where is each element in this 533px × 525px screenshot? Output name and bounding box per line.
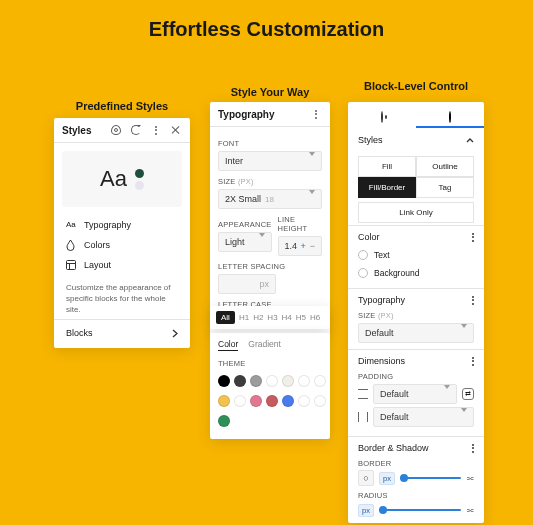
typography-group-label: Typography <box>358 295 405 305</box>
swatch[interactable] <box>234 375 246 387</box>
style-fill[interactable]: Fill <box>358 156 416 177</box>
swatch[interactable] <box>298 395 310 407</box>
size-select[interactable]: 2X Small 18 <box>218 189 322 209</box>
preview-color-primary <box>135 169 144 178</box>
swatch[interactable] <box>266 395 278 407</box>
dimensions-group-label: Dimensions <box>358 356 405 366</box>
visibility-icon[interactable] <box>110 124 122 136</box>
htag-all[interactable]: All <box>216 311 235 324</box>
htag-h3[interactable]: H3 <box>267 313 277 322</box>
more-icon[interactable] <box>472 233 474 242</box>
font-select[interactable]: Inter <box>218 151 322 171</box>
preview-color-secondary <box>135 181 144 190</box>
padding-h-select[interactable]: Default <box>373 407 474 427</box>
styles-accordion[interactable]: Styles <box>348 128 484 152</box>
chevron-right-icon <box>172 329 178 338</box>
more-icon[interactable] <box>472 296 474 305</box>
block-control-panel: Styles Fill Outline Fill/Border Tag Link… <box>348 102 484 523</box>
typo-size-select[interactable]: Default <box>358 323 474 343</box>
preview-glyph: Aa <box>100 166 127 192</box>
lineheight-label: LINE HEIGHT <box>278 215 322 233</box>
revisions-icon[interactable] <box>130 124 142 136</box>
border-radius-control[interactable]: px ⫘ <box>358 503 474 517</box>
size-label: SIZE (PX) <box>218 177 322 186</box>
droplet-icon <box>66 240 76 250</box>
more-icon[interactable] <box>472 357 474 366</box>
more-icon[interactable] <box>472 444 474 453</box>
border-style-icon[interactable]: ○ <box>358 470 374 486</box>
swatch[interactable] <box>266 375 278 387</box>
padding-vertical-icon[interactable] <box>358 389 368 399</box>
htag-h6[interactable]: H6 <box>310 313 320 322</box>
htag-h4[interactable]: H4 <box>282 313 292 322</box>
swatch[interactable] <box>282 375 294 387</box>
more-icon[interactable] <box>150 124 162 136</box>
tab-color[interactable]: Color <box>218 339 238 351</box>
chevron-up-icon <box>466 138 474 143</box>
tab-settings[interactable] <box>348 108 416 128</box>
close-icon[interactable] <box>170 124 182 136</box>
blocks-row[interactable]: Blocks <box>54 319 190 348</box>
swatch[interactable] <box>234 395 246 407</box>
panel2-title: Typography <box>218 109 274 120</box>
padding-horizontal-icon[interactable] <box>358 412 368 422</box>
swatch[interactable] <box>218 395 230 407</box>
swatch-row-2 <box>210 391 330 411</box>
style-preview[interactable]: Aa <box>62 151 182 207</box>
style-fillborder[interactable]: Fill/Border <box>358 177 416 198</box>
swatch[interactable] <box>314 395 326 407</box>
style-outline[interactable]: Outline <box>416 156 474 177</box>
color-text[interactable]: Text <box>358 246 474 264</box>
menu-label: Colors <box>84 240 110 250</box>
swatch[interactable] <box>250 375 262 387</box>
tab-gradient[interactable]: Gradient <box>248 339 281 351</box>
menu-colors[interactable]: Colors <box>54 235 190 255</box>
appearance-value: Light <box>225 237 245 247</box>
layout-icon <box>66 260 76 270</box>
chevron-down-icon <box>461 328 467 338</box>
font-label: FONT <box>218 139 322 148</box>
predefined-styles-panel: Styles Aa Aa Typography Colors Layout Cu <box>54 118 190 348</box>
link-sides-icon[interactable]: ⫘ <box>466 506 474 515</box>
color-group-label: Color <box>358 232 380 242</box>
unlink-icon[interactable]: ⇄ <box>462 388 474 400</box>
col-label-1: Predefined Styles <box>76 100 168 112</box>
htag-h1[interactable]: H1 <box>239 313 249 322</box>
appearance-select[interactable]: Light <box>218 232 272 252</box>
swatch[interactable] <box>218 415 230 427</box>
swatch-empty-icon <box>358 268 368 278</box>
menu-typography[interactable]: Aa Typography <box>54 215 190 235</box>
more-icon[interactable] <box>310 108 322 120</box>
tab-styles[interactable] <box>416 108 484 128</box>
style-linkonly[interactable]: Link Only <box>358 202 474 223</box>
style-tag[interactable]: Tag <box>416 177 474 198</box>
unit-badge[interactable]: px <box>358 504 374 517</box>
border-width-control[interactable]: ○ px ⫘ <box>358 471 474 485</box>
htag-h2[interactable]: H2 <box>253 313 263 322</box>
font-value: Inter <box>225 156 243 166</box>
letterspacing-input[interactable]: px <box>218 274 276 294</box>
color-background[interactable]: Background <box>358 264 474 282</box>
svg-rect-0 <box>67 261 76 270</box>
gear-icon <box>381 111 383 123</box>
unit-badge[interactable]: px <box>379 472 395 485</box>
size-value: 2X Small <box>225 194 261 204</box>
menu-label: Layout <box>84 260 111 270</box>
panel1-note: Customize the appearance of specific blo… <box>54 275 190 319</box>
chevron-down-icon <box>309 156 315 166</box>
menu-layout[interactable]: Layout <box>54 255 190 275</box>
lineheight-input[interactable]: 1.4 + − <box>278 236 322 256</box>
swatch[interactable] <box>298 375 310 387</box>
minus-icon[interactable]: − <box>310 241 315 251</box>
border-group-label: Border & Shadow <box>358 443 429 453</box>
col-label-3: Block-Level Control <box>364 80 468 92</box>
swatch[interactable] <box>250 395 262 407</box>
plus-icon[interactable]: + <box>300 241 305 251</box>
padding-v-select[interactable]: Default <box>373 384 457 404</box>
link-sides-icon[interactable]: ⫘ <box>466 474 474 483</box>
swatch[interactable] <box>282 395 294 407</box>
swatch[interactable] <box>218 375 230 387</box>
swatch[interactable] <box>314 375 326 387</box>
htag-h5[interactable]: H5 <box>296 313 306 322</box>
chevron-down-icon <box>259 237 265 247</box>
